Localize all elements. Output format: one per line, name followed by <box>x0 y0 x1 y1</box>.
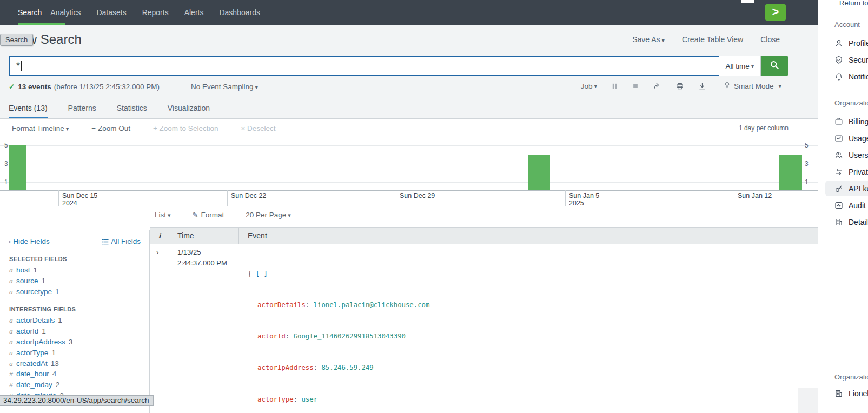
event-sampling-menu[interactable]: No Event Sampling▾ <box>191 83 258 91</box>
results-toolbar: List▾ ✎Format 20 Per Page▾ <box>155 211 291 219</box>
chevron-down-icon: ▾ <box>778 83 781 90</box>
json-value[interactable]: Google_114602629918513043390 <box>294 332 406 340</box>
time-column-header: Time <box>169 228 239 244</box>
panel-item-audit[interactable]: Audit <box>818 197 868 214</box>
format-menu[interactable]: ✎Format <box>193 211 224 219</box>
return-to-link[interactable]: Return to <box>839 0 868 7</box>
zoom-out-button[interactable]: − Zoom Out <box>91 124 130 132</box>
save-as-button[interactable]: Save As▾ <box>632 35 665 44</box>
nav-item-dashboards[interactable]: Dashboards <box>219 0 260 25</box>
time-range-picker[interactable]: All time▾ <box>719 56 761 76</box>
create-table-view-button[interactable]: Create Table View <box>682 35 743 44</box>
expand-chevron-icon[interactable]: › <box>156 248 158 256</box>
timeline-controls: Format Timeline▾ − Zoom Out + Zoom to Se… <box>12 124 276 132</box>
nav-item-analytics[interactable]: Analytics <box>50 0 81 25</box>
events-timeline-chart[interactable]: 553311 Sun Dec 15 2024Sun Dec 22Sun Dec … <box>0 138 818 208</box>
json-key[interactable]: actorIpAddress <box>257 364 314 371</box>
panel-item-api-keys[interactable]: API keys <box>818 180 868 197</box>
users-icon <box>834 151 843 159</box>
panel-item-private-endpoints[interactable]: Private <box>818 163 868 180</box>
y-axis-label: 1 <box>805 178 809 186</box>
event-column-header: Event <box>239 228 818 244</box>
zoom-to-selection-button[interactable]: + Zoom to Selection <box>153 124 218 132</box>
job-status-row: ✓ 13 events (before 1/13/25 2:45:32.000 … <box>9 82 258 91</box>
timeline-bar[interactable] <box>779 155 802 190</box>
timeline-x-axis: Sun Dec 15 2024Sun Dec 22Sun Dec 29Sun J… <box>0 190 818 208</box>
stop-icon[interactable] <box>632 83 639 89</box>
field-sourcetype: asourcetype1 <box>0 287 149 297</box>
organizations-section-title: Organizations <box>834 373 868 381</box>
audit-activity-icon <box>834 201 843 210</box>
y-axis-label: 5 <box>4 142 8 149</box>
panel-item-usage[interactable]: Usage <box>818 130 868 146</box>
panel-item-profile[interactable]: Profile <box>818 35 868 51</box>
timeline-plot[interactable]: 553311 <box>0 138 818 191</box>
chevron-down-icon: ▾ <box>751 63 754 70</box>
field-actorType: aactorType1 <box>0 348 149 358</box>
time-range-label: All time <box>726 62 750 70</box>
pencil-icon: ✎ <box>193 211 198 219</box>
timeline-bar[interactable] <box>9 145 26 190</box>
field-source: asource1 <box>0 276 149 287</box>
close-button[interactable]: Close <box>760 35 780 44</box>
share-icon[interactable] <box>653 82 661 90</box>
tab-patterns[interactable]: Patterns <box>68 101 96 119</box>
y-axis-label: 5 <box>805 142 809 149</box>
panel-item-users[interactable]: Users <box>818 146 868 163</box>
panel-item-security[interactable]: Security <box>818 51 868 68</box>
y-axis-label: 3 <box>805 160 809 168</box>
job-menu[interactable]: Job▾ <box>581 82 597 90</box>
splunk-logo[interactable]: > <box>765 4 786 21</box>
bell-icon <box>834 72 843 81</box>
panel-item-organization-lionel[interactable]: Lionel <box>818 385 868 402</box>
export-icon[interactable] <box>698 82 706 90</box>
list-view-menu[interactable]: List▾ <box>155 211 171 219</box>
browser-artifact <box>741 0 754 3</box>
x-axis-tick <box>565 190 566 206</box>
tab-visualization[interactable]: Visualization <box>168 101 210 119</box>
tab-events[interactable]: Events (13) <box>9 101 48 119</box>
panel-item-billing[interactable]: Billing <box>818 113 868 130</box>
timeline-gridline <box>0 182 818 183</box>
nav-item-datasets[interactable]: Datasets <box>96 0 126 25</box>
interesting-fields-title: INTERESTING FIELDS <box>9 306 149 312</box>
json-key[interactable]: actorDetails <box>257 301 306 309</box>
nav-item-alerts[interactable]: Alerts <box>184 0 204 25</box>
y-axis-label: 3 <box>4 160 8 168</box>
x-axis-tick <box>58 190 59 206</box>
json-value[interactable]: 85.246.59.249 <box>321 364 373 371</box>
json-key[interactable]: actorType <box>257 396 294 403</box>
per-page-menu[interactable]: 20 Per Page▾ <box>246 211 291 219</box>
json-value[interactable]: lionel.palacin@clickhouse.com <box>314 301 430 309</box>
tab-statistics[interactable]: Statistics <box>117 101 147 119</box>
field-type-icon: a <box>9 358 16 369</box>
print-icon[interactable] <box>675 82 684 90</box>
format-timeline-menu[interactable]: Format Timeline▾ <box>12 124 69 132</box>
field-type-icon: a <box>9 348 16 358</box>
arrows-swap-icon <box>834 168 843 176</box>
pause-icon[interactable] <box>611 83 618 90</box>
search-button[interactable] <box>761 56 788 76</box>
top-navbar: Search Analytics Datasets Reports Alerts… <box>0 0 818 25</box>
x-axis-label: Sun Jan 5 2025 <box>569 192 599 207</box>
field-type-icon: a <box>9 326 16 337</box>
panel-item-notifications[interactable]: Notifications <box>818 68 868 85</box>
event-count: 13 events <box>18 83 51 91</box>
chevron-down-icon: ▾ <box>66 125 69 132</box>
search-input[interactable]: * <box>9 56 725 76</box>
timeline-gridline <box>0 145 818 146</box>
collapse-json-link[interactable]: [-] <box>256 270 268 277</box>
all-fields-link[interactable]: All Fields <box>102 237 141 247</box>
timeline-bar[interactable] <box>528 155 550 190</box>
smart-mode-menu[interactable]: Smart Mode▾ <box>724 81 781 91</box>
panel-item-details[interactable]: Details <box>818 214 868 230</box>
deselect-button[interactable]: × Deselect <box>241 124 275 132</box>
json-key[interactable]: actorId <box>257 332 286 340</box>
field-type-icon: a <box>9 337 16 348</box>
json-value[interactable]: user <box>301 396 317 403</box>
nav-item-reports[interactable]: Reports <box>142 0 169 25</box>
nav-item-search[interactable]: Search <box>18 0 42 25</box>
header-actions: Save As▾ Create Table View Close <box>632 35 780 44</box>
building-icon <box>834 389 843 398</box>
hide-fields-link[interactable]: ‹ Hide Fields <box>9 237 50 247</box>
